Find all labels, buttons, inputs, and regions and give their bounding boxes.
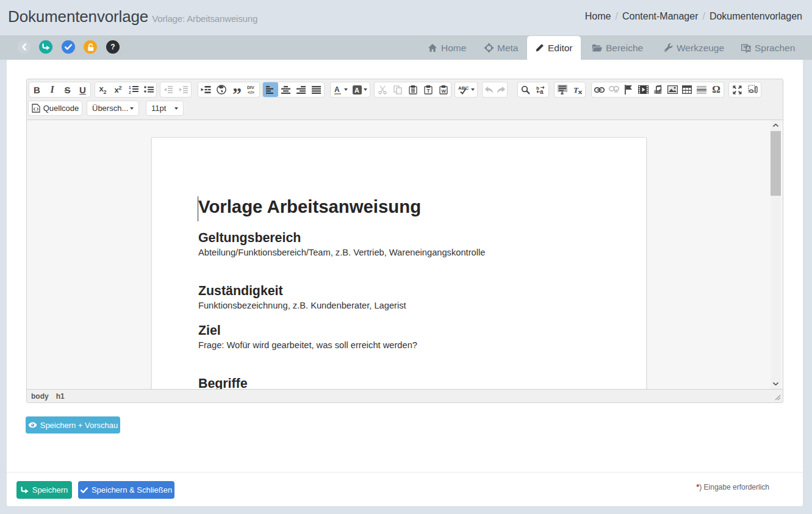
svg-text:2: 2 xyxy=(129,90,131,95)
svg-text:W: W xyxy=(441,88,446,94)
svg-text:1: 1 xyxy=(129,85,131,90)
svg-text:b: b xyxy=(536,85,539,91)
svg-text:T: T xyxy=(573,85,579,95)
svg-text:a: a xyxy=(540,88,544,95)
svg-text:T: T xyxy=(426,88,430,94)
svg-text:</>: </> xyxy=(248,90,254,94)
svg-text:A: A xyxy=(354,86,359,93)
svg-text:ABC: ABC xyxy=(458,85,469,91)
svg-text:A: A xyxy=(334,85,340,94)
